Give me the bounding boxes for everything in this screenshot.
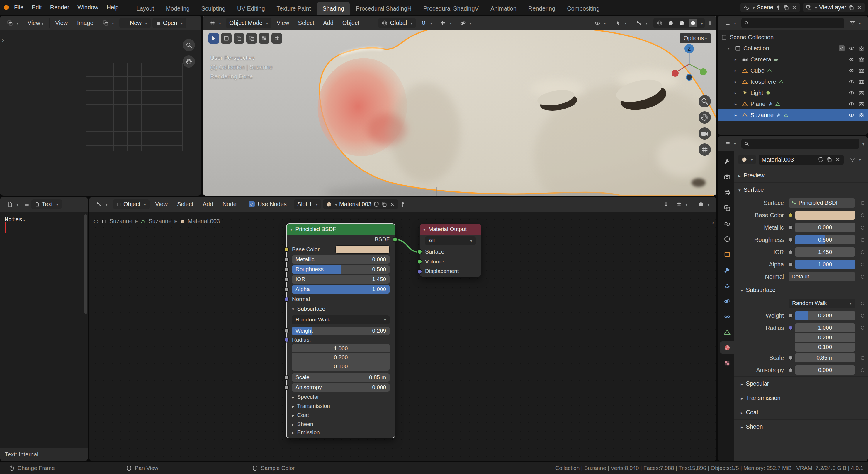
copy-icon[interactable] (783, 5, 789, 10)
render-visibility-icon[interactable] (859, 68, 865, 73)
render-visibility-icon[interactable] (859, 45, 865, 51)
decorator-dot[interactable] (861, 314, 865, 318)
subpanel-transmission[interactable]: Transmission (734, 391, 868, 405)
editor-type-dropdown[interactable] (3, 200, 22, 209)
roughness-socket[interactable] (284, 267, 289, 272)
collection-checkbox[interactable] (839, 45, 844, 51)
filter-dropdown[interactable] (846, 155, 865, 164)
workspace-tab-texture-paint[interactable]: Texture Paint (271, 2, 317, 15)
decorator-dot[interactable] (861, 356, 865, 360)
node-header[interactable]: Principled BSDF (287, 224, 395, 235)
copy-icon[interactable] (381, 201, 387, 207)
fake-user-shield-icon[interactable] (373, 201, 379, 207)
snap-toggle[interactable] (417, 19, 436, 28)
output-target-dropdown[interactable]: All (425, 236, 476, 245)
tab-tool[interactable] (720, 155, 734, 167)
workspace-tab-procedural-shadingv[interactable]: Procedural ShadingV (417, 2, 485, 15)
workspace-tab-procedural-shadingh[interactable]: Procedural ShadingH (350, 2, 417, 15)
render-visibility-icon[interactable] (859, 57, 865, 62)
subsurface-method-dropdown[interactable]: Random Walk (292, 315, 390, 325)
menu-add[interactable]: Add (319, 18, 337, 28)
displacement-input-socket[interactable] (417, 269, 422, 274)
use-nodes-checkbox[interactable]: Use Nodes (249, 201, 287, 208)
unlink-icon[interactable] (389, 201, 395, 207)
tab-object-data[interactable] (720, 326, 734, 338)
ior-socket[interactable] (284, 277, 289, 282)
tab-texture[interactable] (720, 357, 734, 369)
proportional-edit-toggle[interactable] (457, 19, 475, 28)
node-material-output[interactable]: Material Output All Surface Volume Displ… (420, 224, 481, 277)
breadcrumb-object[interactable]: Suzanne (110, 218, 132, 225)
decorator-dot[interactable] (861, 302, 865, 305)
chevron-down-icon[interactable] (861, 140, 865, 147)
base-color-socket[interactable] (284, 247, 289, 252)
slot-dropdown[interactable]: Slot 1 (294, 199, 321, 209)
workspace-tab-uv-editing[interactable]: UV Editing (231, 2, 271, 15)
decorator-dot[interactable] (861, 250, 865, 254)
weight-slider[interactable]: 0.209 (795, 311, 855, 320)
panel-specular[interactable]: Specular (287, 392, 395, 401)
active-tool-select-box[interactable] (209, 33, 219, 44)
material-browse-dropdown[interactable] (738, 155, 756, 164)
editor-type-dropdown[interactable] (721, 19, 740, 28)
radius-y-field[interactable]: 0.200 (292, 353, 390, 362)
object-visibility-dropdown[interactable] (591, 19, 610, 28)
decorator-dot[interactable] (861, 201, 865, 205)
expand-chevron-icon[interactable]: ▸ (735, 113, 739, 117)
expand-chevron-icon[interactable]: ▸ (735, 91, 739, 95)
preview-shading-dropdown[interactable] (694, 200, 713, 209)
tab-modifiers[interactable] (720, 264, 734, 276)
outliner-search-input[interactable] (741, 18, 844, 28)
metallic-socket[interactable] (284, 257, 289, 262)
radius-x-field[interactable]: 1.000 (292, 344, 390, 352)
filter-dropdown[interactable] (846, 19, 865, 28)
anisotropy-slider[interactable]: Anisotropy0.000 (292, 383, 390, 392)
tab-physics[interactable] (720, 295, 734, 307)
normal-socket[interactable] (284, 297, 289, 302)
material-datablock[interactable]: Material.003 (323, 199, 398, 209)
shading-wireframe-button[interactable] (655, 19, 664, 27)
menu-node[interactable]: Node (219, 199, 240, 209)
render-visibility-icon[interactable] (859, 79, 865, 84)
tab-material[interactable] (720, 341, 734, 354)
outliner-row-camera[interactable]: ▸ Camera (718, 54, 868, 65)
close-icon[interactable] (791, 5, 797, 10)
alpha-slider[interactable]: Alpha1.000 (292, 285, 390, 294)
outliner-row-plane[interactable]: ▸ Plane (718, 98, 868, 109)
select-mode-invert[interactable] (259, 33, 270, 44)
expand-chevron-icon[interactable]: ▸ (735, 102, 739, 106)
workspace-tab-animation[interactable]: Animation (485, 2, 522, 15)
snap-settings-dropdown[interactable] (673, 200, 691, 209)
normal-button[interactable]: Default (788, 272, 855, 281)
hide-eye-icon[interactable] (849, 57, 855, 62)
base-color-swatch[interactable] (335, 245, 390, 253)
anisotropy-socket[interactable] (284, 385, 289, 390)
panel-transmission[interactable]: Transmission (287, 401, 395, 410)
panel-coat[interactable]: Coat (287, 410, 395, 419)
shader-type-dropdown[interactable]: Object (113, 199, 150, 209)
outliner-row-collection[interactable]: ▾ Collection (718, 43, 868, 54)
menu-add[interactable]: Add (199, 199, 217, 209)
menu-window[interactable]: Window (73, 3, 102, 12)
workspace-tab-rendering[interactable]: Rendering (522, 2, 561, 15)
radius-socket[interactable] (284, 338, 289, 343)
menu-view[interactable]: View (151, 199, 172, 209)
tab-scene[interactable] (720, 217, 734, 230)
breadcrumb-mesh[interactable]: Suzanne (148, 218, 172, 225)
outliner-row-icosphere[interactable]: ▸ Icosphere (718, 76, 868, 87)
editor-type-dropdown[interactable] (206, 19, 224, 28)
alpha-slider[interactable]: 1.000 (795, 260, 855, 269)
properties-search-input[interactable] (741, 139, 860, 149)
decorator-dot[interactable] (861, 226, 865, 230)
radius-x-field[interactable]: 1.000 (795, 323, 855, 332)
tab-world[interactable] (720, 233, 734, 245)
fake-user-shield-icon[interactable] (818, 157, 824, 163)
open-image-button[interactable]: Open (152, 18, 186, 28)
tab-render[interactable] (720, 171, 734, 183)
expand-chevron-icon[interactable]: ▸ (735, 68, 739, 73)
text-datablock-dropdown[interactable]: Text (31, 199, 62, 209)
decorator-dot[interactable] (861, 368, 865, 372)
subsurface-method-dropdown[interactable]: Random Walk (788, 299, 855, 308)
shading-solid-button[interactable] (666, 19, 675, 27)
options-button[interactable]: Options (680, 33, 711, 43)
